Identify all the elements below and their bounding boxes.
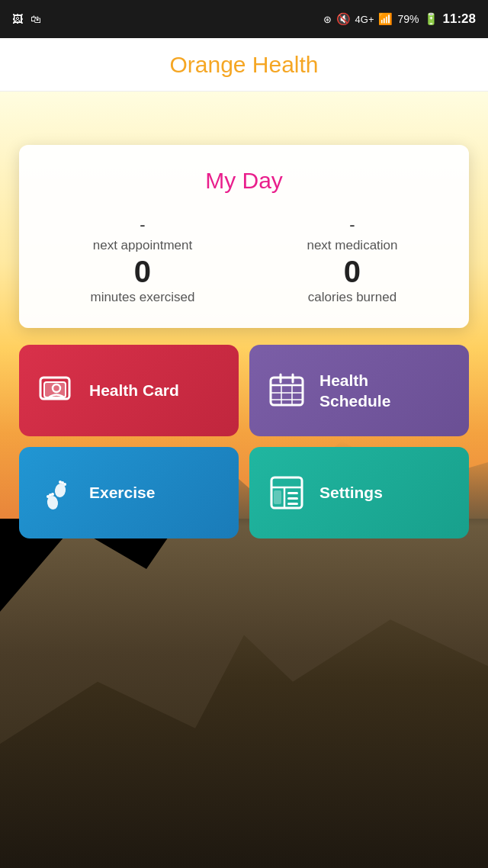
settings-label: Settings <box>319 482 383 503</box>
status-bar: 🖼 🛍 ⊛ 🔇 4G+ 📶 79% 🔋 11:28 <box>0 0 488 38</box>
svg-point-15 <box>51 493 54 496</box>
exercise-label: Exercise <box>89 482 155 503</box>
health-card-button[interactable]: Health Card <box>19 345 239 436</box>
health-schedule-label: HealthSchedule <box>319 370 390 412</box>
health-card-icon <box>37 371 75 410</box>
medication-label: next medication <box>307 238 397 253</box>
appointment-stat: - next appointment 0 minutes exercised <box>90 215 194 305</box>
calories-burned: 0 <box>344 256 361 287</box>
svg-rect-3 <box>271 378 303 405</box>
battery-icon: 🔋 <box>424 12 438 26</box>
calories-label: calories burned <box>308 290 396 305</box>
my-day-card: My Day - next appointment 0 minutes exer… <box>19 145 469 328</box>
appointment-dash: - <box>140 215 145 235</box>
bag-icon: 🛍 <box>30 13 41 25</box>
svg-rect-22 <box>287 492 298 494</box>
app-title: Orange Health <box>169 52 318 78</box>
exercise-button[interactable]: Exercise <box>19 447 239 538</box>
app-header: Orange Health <box>0 38 488 92</box>
exercise-minutes: 0 <box>134 256 151 287</box>
status-right-info: ⊛ 🔇 4G+ 📶 79% 🔋 11:28 <box>323 11 476 27</box>
health-card-label: Health Card <box>89 380 179 400</box>
signal-bars-icon: 📶 <box>378 12 393 26</box>
my-day-stats: - next appointment 0 minutes exercised -… <box>34 215 454 305</box>
health-schedule-icon <box>268 371 306 410</box>
svg-rect-24 <box>287 503 298 505</box>
content-layer: My Day - next appointment 0 minutes exer… <box>0 92 488 868</box>
exercise-label: minutes exercised <box>90 290 194 305</box>
mute-icon: 🔇 <box>336 12 351 26</box>
status-left-icons: 🖼 🛍 <box>12 13 41 25</box>
medication-dash: - <box>349 215 355 235</box>
bluetooth-icon: ⊛ <box>323 14 332 25</box>
status-time: 11:28 <box>443 11 476 27</box>
settings-icon <box>268 474 306 512</box>
svg-rect-23 <box>287 497 298 500</box>
my-day-title: My Day <box>34 168 454 194</box>
settings-button[interactable]: Settings <box>249 447 469 538</box>
svg-point-18 <box>59 481 62 484</box>
medication-stat: - next medication 0 calories burned <box>307 215 397 305</box>
appointment-label: next appointment <box>93 238 192 253</box>
action-grid: Health Card HealthSchedule <box>19 345 469 538</box>
image-icon: 🖼 <box>12 13 23 25</box>
health-schedule-button[interactable]: HealthSchedule <box>249 345 469 436</box>
svg-rect-25 <box>274 490 281 504</box>
battery-label: 79% <box>397 13 419 25</box>
network-label: 4G+ <box>355 14 374 25</box>
exercise-icon <box>37 474 75 512</box>
